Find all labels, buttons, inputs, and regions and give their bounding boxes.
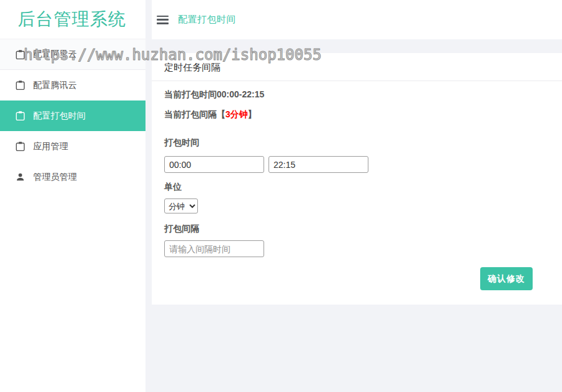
pack-time-label: 打包时间	[164, 137, 550, 149]
hamburger-menu-icon[interactable]	[157, 16, 169, 24]
pack-time-panel: 定时任务间隔 当前打包时间00:00-22:15 当前打包间隔【3分钟】 打包时…	[152, 53, 562, 305]
sidebar-item-label: 配置腾讯云	[33, 80, 77, 91]
confirm-modify-button[interactable]: 确认修改	[480, 267, 533, 290]
sidebar-item-label: 配置打包时间	[33, 110, 86, 122]
sidebar-item-tencent-config[interactable]: 配置腾讯云	[0, 70, 145, 100]
app-root: { "app": { "title": "后台管理系统" }, "topbar"…	[0, 0, 562, 392]
current-pack-time-text: 当前打包时间00:00-22:15	[164, 89, 550, 100]
interval-value: 3分钟	[225, 109, 248, 119]
clipboard-icon	[15, 49, 25, 60]
page-title: 配置打包时间	[178, 14, 236, 26]
app-title: 后台管理系统	[0, 0, 145, 39]
sidebar-item-admin-management[interactable]: 管理员管理	[0, 162, 145, 192]
current-pack-interval-text: 当前打包间隔【3分钟】	[164, 109, 550, 120]
clipboard-icon	[15, 110, 25, 121]
sidebar-item-label: 管理员管理	[33, 172, 77, 183]
panel-header: 定时任务间隔	[152, 53, 562, 81]
pack-time-start-input[interactable]	[164, 156, 264, 173]
panel-body: 当前打包时间00:00-22:15 当前打包间隔【3分钟】 打包时间 单位 分钟…	[152, 89, 562, 290]
sidebar-item-aliyun-config[interactable]: 配置阿里云	[0, 39, 145, 70]
sidebar-item-label: 配置阿里云	[33, 49, 77, 60]
clipboard-icon	[15, 80, 25, 91]
topbar: 配置打包时间	[152, 0, 562, 39]
sidebar-item-label: 应用管理	[33, 141, 68, 152]
unit-select[interactable]: 分钟	[164, 198, 198, 213]
user-icon	[15, 172, 25, 182]
button-row: 确认修改	[164, 267, 550, 290]
interval-suffix: 】	[248, 109, 257, 119]
interval-prefix: 当前打包间隔【	[164, 109, 225, 119]
pack-time-inputs	[164, 156, 550, 173]
sidebar-item-app-management[interactable]: 应用管理	[0, 131, 145, 162]
pack-interval-label: 打包间隔	[164, 223, 550, 235]
unit-label: 单位	[164, 182, 550, 193]
pack-time-end-input[interactable]	[269, 156, 368, 173]
clipboard-icon	[15, 141, 25, 152]
sidebar: 后台管理系统 配置阿里云 配置腾讯云 配置打包时间	[0, 0, 145, 392]
sidebar-item-pack-time-config[interactable]: 配置打包时间	[0, 100, 145, 131]
pack-interval-input[interactable]	[164, 240, 264, 257]
